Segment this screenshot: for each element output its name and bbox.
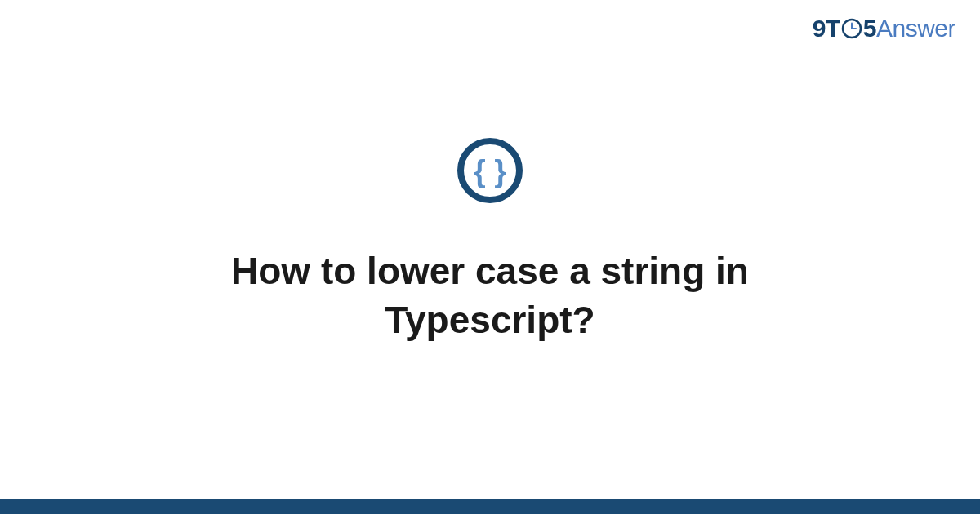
code-braces-icon: { } [456, 136, 524, 208]
page-title: How to lower case a string in Typescript… [122, 247, 858, 345]
footer-accent-bar [0, 499, 980, 514]
svg-text:{ }: { } [474, 154, 506, 188]
main-content: { } How to lower case a string in Typesc… [0, 0, 980, 514]
